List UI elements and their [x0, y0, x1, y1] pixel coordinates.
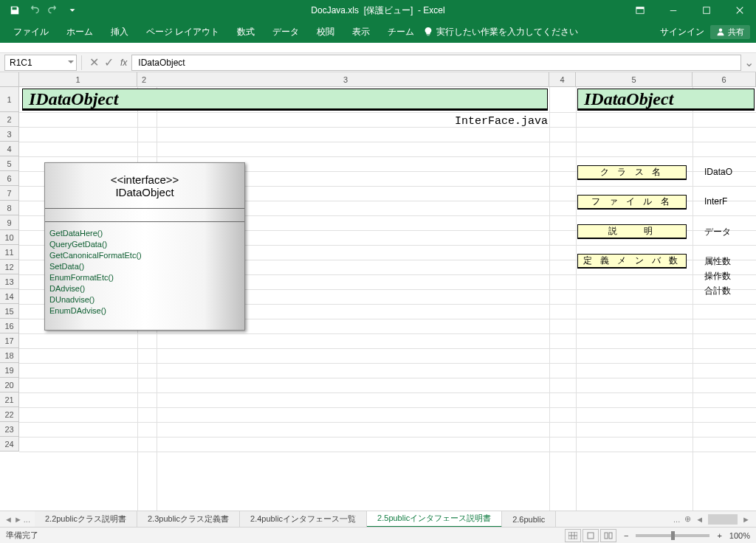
name-box[interactable]: R1C1	[4, 55, 77, 71]
row-header[interactable]: 11	[0, 245, 19, 260]
enter-formula-button[interactable]: ✓	[101, 55, 116, 70]
row-header[interactable]: 12	[0, 260, 19, 274]
tab-pagelayout[interactable]: ページ レイアウト	[137, 21, 228, 43]
tab-data[interactable]: データ	[264, 21, 308, 43]
subtitle-cell[interactable]: InterFace.java	[167, 115, 548, 128]
worksheet-grid[interactable]: 1 23 4 5 6 12345678910111213141516171819…	[0, 72, 756, 521]
tab-formulas[interactable]: 数式	[228, 21, 264, 43]
title-cell-2[interactable]: IDataObject	[577, 89, 755, 111]
qat-customize-icon[interactable]	[63, 1, 81, 19]
zoom-level[interactable]: 100%	[729, 531, 750, 540]
col-header[interactable]: 4	[549, 72, 576, 86]
tab-team[interactable]: チーム	[379, 21, 423, 43]
title-cell-1[interactable]: IDataObject	[22, 89, 548, 111]
hscroll-left[interactable]: ◄	[695, 515, 704, 524]
uml-method: GetDataHere()	[49, 228, 240, 239]
col-header[interactable]: 23	[137, 72, 549, 86]
row-header[interactable]: 23	[0, 422, 19, 437]
value-classname[interactable]: IDataO	[704, 167, 732, 177]
row-header[interactable]: 18	[0, 348, 19, 363]
cells-area[interactable]: IDataObject IDataObject InterFace.java ク…	[19, 87, 756, 521]
view-buttons	[565, 529, 616, 542]
sheet-tab[interactable]: 2.5publicインタフェース説明書	[367, 511, 502, 528]
row-header[interactable]: 19	[0, 363, 19, 378]
row-header[interactable]: 15	[0, 304, 19, 319]
chevron-down-icon[interactable]	[67, 58, 75, 66]
tab-view[interactable]: 表示	[343, 21, 379, 43]
label-filename[interactable]: フ ァ イ ル 名	[577, 195, 687, 210]
undo-button[interactable]	[25, 1, 43, 19]
row-header[interactable]: 20	[0, 378, 19, 392]
redo-button[interactable]	[44, 1, 62, 19]
hscroll-right[interactable]: ►	[742, 515, 750, 524]
label-membercount[interactable]: 定 義 メ ン バ 数	[577, 254, 687, 269]
close-button[interactable]	[723, 0, 756, 21]
zoom-in-button[interactable]: +	[717, 531, 721, 540]
row-header[interactable]: 22	[0, 407, 19, 422]
label-classname[interactable]: ク ラ ス 名	[577, 165, 687, 180]
ribbon-display-button[interactable]	[623, 0, 656, 21]
signin-link[interactable]: サインイン	[660, 26, 704, 38]
tab-file[interactable]: ファイル	[4, 21, 58, 43]
value-attrcount[interactable]: 属性数	[704, 255, 731, 268]
row-header[interactable]: 1	[0, 87, 19, 112]
formula-input[interactable]: IDataObject	[131, 55, 741, 71]
save-button[interactable]	[6, 1, 24, 19]
zoom-slider[interactable]	[636, 534, 709, 537]
row-header[interactable]: 5	[0, 156, 19, 171]
zoom-out-button[interactable]: −	[624, 531, 628, 540]
row-header[interactable]: 24	[0, 437, 19, 452]
label-description[interactable]: 説 明	[577, 224, 687, 239]
col-header[interactable]: 6	[693, 72, 756, 86]
uml-diagram[interactable]: <<interface>> IDataObject GetDataHere()Q…	[44, 162, 245, 331]
tell-me-search[interactable]: 実行したい作業を入力してください	[423, 26, 578, 38]
row-header[interactable]: 4	[0, 142, 19, 156]
row-header[interactable]: 6	[0, 171, 19, 186]
col-header[interactable]: 5	[576, 72, 693, 86]
minimize-button[interactable]	[656, 0, 690, 21]
sheet-tab[interactable]: 2.3publicクラス定義書	[137, 511, 240, 528]
protected-view-label: [保護ビュー]	[364, 5, 413, 15]
hscrollbar[interactable]	[708, 514, 738, 525]
lightbulb-icon	[423, 27, 433, 37]
select-all-corner[interactable]	[0, 72, 19, 86]
filename: DocJava.xls	[311, 5, 359, 15]
row-header[interactable]: 21	[0, 392, 19, 407]
svg-point-4	[719, 29, 723, 32]
pagelayout-view-button[interactable]	[583, 529, 599, 542]
sheet-tab[interactable]: 2.4publicインタフェース一覧	[240, 511, 367, 528]
tab-insert[interactable]: 挿入	[102, 21, 137, 43]
value-totalcount[interactable]: 合計数	[704, 285, 731, 297]
value-description[interactable]: データ	[704, 226, 731, 238]
tab-nav-next[interactable]: ►	[14, 515, 22, 524]
value-filename[interactable]: InterF	[704, 196, 727, 207]
row-header[interactable]: 13	[0, 274, 19, 289]
tab-nav-prev[interactable]: ◄	[4, 515, 13, 524]
share-button[interactable]: 共有	[710, 25, 750, 39]
row-header[interactable]: 17	[0, 333, 19, 348]
pagebreak-view-button[interactable]	[600, 529, 616, 542]
normal-view-button[interactable]	[565, 529, 581, 542]
cancel-formula-button[interactable]: ✕	[86, 55, 101, 70]
new-sheet-button[interactable]: ⊕	[684, 514, 691, 524]
value-opcount[interactable]: 操作数	[704, 270, 731, 283]
row-header[interactable]: 9	[0, 215, 19, 230]
tab-more[interactable]: ...	[673, 515, 680, 524]
tab-review[interactable]: 校閲	[308, 21, 343, 43]
row-header[interactable]: 16	[0, 319, 19, 333]
sheet-tab[interactable]: 2.2publicクラス説明書	[35, 511, 137, 528]
row-header[interactable]: 8	[0, 201, 19, 215]
tab-home[interactable]: ホーム	[58, 21, 102, 43]
row-header[interactable]: 3	[0, 127, 19, 142]
row-header[interactable]: 14	[0, 289, 19, 304]
row-header[interactable]: 7	[0, 186, 19, 201]
row-header[interactable]: 10	[0, 230, 19, 245]
fx-icon[interactable]: fx	[120, 58, 127, 68]
sheet-tab[interactable]: 2.6public	[502, 511, 556, 528]
expand-formula-button[interactable]: ⌄	[741, 55, 756, 69]
row-header[interactable]: 2	[0, 112, 19, 127]
col-header[interactable]: 1	[19, 72, 137, 86]
maximize-button[interactable]	[690, 0, 723, 21]
ribbon-tabs: ファイル ホーム 挿入 ページ レイアウト 数式 データ 校閲 表示 チーム 実…	[0, 21, 756, 43]
tab-ellipsis[interactable]: ...	[24, 515, 30, 524]
